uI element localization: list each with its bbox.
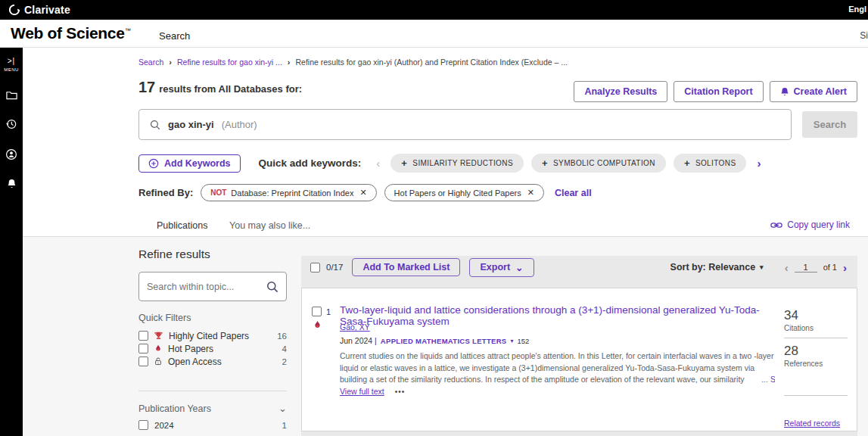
result-title-link[interactable]: Two-layer-liquid and lattice considerati… xyxy=(340,304,779,327)
search-within-topic-box[interactable] xyxy=(138,272,287,301)
bell-icon xyxy=(7,179,17,192)
query-field-tag: (Author) xyxy=(222,119,257,130)
caret-down-icon: ⌄ xyxy=(515,262,523,273)
expand-icon: >| xyxy=(4,57,19,65)
checkbox[interactable] xyxy=(138,420,148,430)
not-operator: NOT xyxy=(210,188,226,197)
trademark: ™ xyxy=(125,27,131,34)
alert-bell-icon xyxy=(780,87,789,97)
more-options-icon[interactable]: ••• xyxy=(395,388,406,396)
remove-filter-icon[interactable]: ✕ xyxy=(359,188,366,198)
create-alert-button[interactable]: Create Alert xyxy=(770,81,857,102)
search-history-button[interactable] xyxy=(5,118,17,130)
open-lock-icon xyxy=(154,357,163,366)
previous-page-icon[interactable]: ‹ xyxy=(785,261,789,274)
search-icon xyxy=(150,120,160,130)
link-icon xyxy=(770,221,782,229)
search-button[interactable]: Search xyxy=(802,111,857,138)
tab-you-may-also-like[interactable]: You may also like... xyxy=(229,220,310,231)
menu-expand-button[interactable]: >| MENU xyxy=(4,57,19,72)
tab-publications[interactable]: Publications xyxy=(157,220,207,231)
caret-down-icon[interactable]: ▾ xyxy=(510,338,513,344)
history-clock-icon xyxy=(5,120,17,132)
metrics-divider xyxy=(784,338,848,338)
notifications-button[interactable] xyxy=(7,179,17,189)
quick-add-keywords-row: Add Keywords Quick add keywords: ‹ + SIM… xyxy=(138,154,761,173)
keyword-pill-similarity-reductions[interactable]: + SIMILARITY REDUCTIONS xyxy=(390,154,524,173)
breadcrumb: Search › Refine results for gao xin-yi .… xyxy=(138,58,568,67)
keyword-pill-solitons[interactable]: + SOLITONS xyxy=(674,154,747,173)
citation-report-button[interactable]: Citation Report xyxy=(674,81,763,102)
ellipsis: ... xyxy=(761,375,768,384)
refine-results-title: Refine results xyxy=(138,248,287,261)
next-page-icon[interactable]: › xyxy=(843,261,847,274)
filter-count: 1 xyxy=(282,421,287,430)
keywords-scroll-right-icon[interactable]: › xyxy=(757,157,761,170)
result-index: 1 xyxy=(326,307,331,316)
references-count[interactable]: 28 xyxy=(784,344,848,359)
breadcrumb-current: Refine results for gao xin-yi (Author) a… xyxy=(296,58,568,67)
signin-link[interactable]: Si xyxy=(860,30,868,41)
filter-year-2024[interactable]: 2024 1 xyxy=(138,420,287,430)
search-query-input[interactable]: gao xin-yi (Author) xyxy=(138,109,792,140)
remove-filter-icon[interactable]: ✕ xyxy=(527,188,534,198)
analyze-results-button[interactable]: Analyze Results xyxy=(574,81,667,102)
filter-chip-hot-or-highly-cited[interactable]: Hot Papers or Highly Cited Papers ✕ xyxy=(384,184,544,201)
page-total: of 1 xyxy=(823,263,837,272)
refine-results-panel: Refine results Quick Filters Highly Cite… xyxy=(138,248,287,261)
filter-open-access[interactable]: Open Access 2 xyxy=(138,355,287,368)
header-actions: Analyze Results Citation Report Create A… xyxy=(574,81,857,102)
clear-all-link[interactable]: Clear all xyxy=(555,188,592,198)
results-tabs-row: Publications You may also like... Copy q… xyxy=(23,214,868,237)
citations-count[interactable]: 34 xyxy=(784,308,848,323)
result-checkbox[interactable] xyxy=(312,307,322,316)
person-icon xyxy=(5,150,17,163)
filter-hot-papers[interactable]: Hot Papers 4 xyxy=(138,342,287,355)
breadcrumb-search[interactable]: Search xyxy=(138,58,163,67)
caret-down-icon: ▾ xyxy=(760,263,764,271)
export-button[interactable]: Export ⌄ xyxy=(469,258,534,277)
result-journal-link[interactable]: APPLIED MATHEMATICS LETTERS xyxy=(381,337,507,345)
checkbox[interactable] xyxy=(138,357,148,366)
add-to-marked-list-button[interactable]: Add To Marked List xyxy=(352,258,460,276)
nav-tab-search[interactable]: Search xyxy=(159,30,190,42)
clarivate-logo-icon xyxy=(9,5,20,15)
results-count: 17 xyxy=(138,79,155,95)
language-selector[interactable]: Engl xyxy=(848,5,866,14)
results-list-section: 0/17 Add To Marked List Export ⌄ Sort by… xyxy=(301,256,857,436)
clarivate-logo[interactable]: Clarivate xyxy=(9,4,70,16)
keyword-pill-symbolic-computation[interactable]: + SYMBOLIC COMPUTATION xyxy=(531,154,666,173)
menu-label: MENU xyxy=(4,67,19,72)
search-within-topic-input[interactable] xyxy=(147,282,266,292)
page-number-input[interactable] xyxy=(795,263,817,272)
quick-filters-heading: Quick Filters xyxy=(138,313,191,323)
sort-by-dropdown[interactable]: Sort by: Relevance ▾ xyxy=(670,262,764,272)
related-records-link[interactable]: Related records xyxy=(784,419,848,428)
keyword-pills: + SIMILARITY REDUCTIONS + SYMBOLIC COMPU… xyxy=(390,154,746,173)
pagination: ‹ of 1 › xyxy=(785,261,847,274)
keywords-scroll-left-icon[interactable]: ‹ xyxy=(376,157,380,170)
refine-divider xyxy=(138,391,287,391)
view-full-text-link[interactable]: View full text xyxy=(340,387,384,396)
checkbox[interactable] xyxy=(138,344,148,353)
filter-count: 4 xyxy=(282,344,287,353)
result-abstract: Current studies on the liquids and latti… xyxy=(340,350,775,385)
show-more-link[interactable]: Show more xyxy=(770,375,775,384)
references-label: References xyxy=(784,360,848,368)
marked-list-button[interactable] xyxy=(6,90,17,100)
breadcrumb-refine-1[interactable]: Refine results for gao xin-yi ... xyxy=(177,58,282,67)
select-all-checkbox[interactable] xyxy=(310,263,320,272)
breadcrumb-separator-icon: › xyxy=(288,58,291,67)
filter-count: 16 xyxy=(277,332,287,341)
publication-years-section[interactable]: Publication Years ⌄ xyxy=(138,403,287,414)
plus-icon: + xyxy=(684,157,690,169)
results-count-heading: 17results from All Databases for: xyxy=(138,79,302,96)
result-author-link[interactable]: Gao, XY xyxy=(340,322,370,332)
copy-query-link[interactable]: Copy query link xyxy=(770,220,850,230)
metrics-divider xyxy=(784,395,848,396)
filter-highly-cited-papers[interactable]: Highly Cited Papers 16 xyxy=(138,329,287,342)
checkbox[interactable] xyxy=(138,331,148,341)
account-button[interactable] xyxy=(5,148,17,160)
filter-chip-not-preprint[interactable]: NOT Database: Preprint Citation Index ✕ xyxy=(201,184,376,201)
add-keywords-button[interactable]: Add Keywords xyxy=(138,154,241,173)
